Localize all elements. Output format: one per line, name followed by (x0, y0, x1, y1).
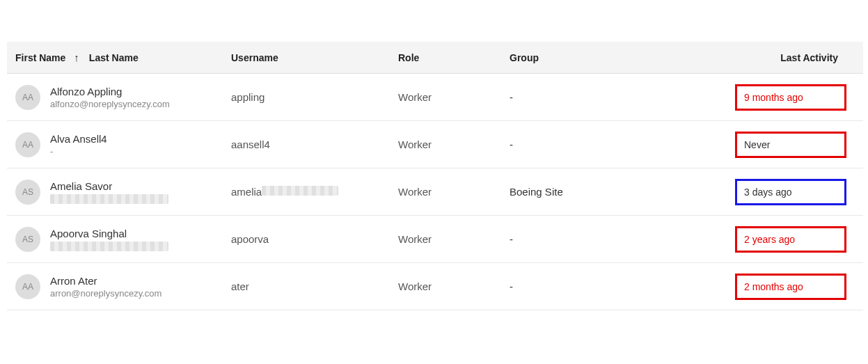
user-full-name: Arron Ater (50, 275, 161, 287)
user-role: Worker (398, 280, 510, 292)
avatar: AA (15, 132, 40, 157)
col-header-first: First Name (15, 52, 65, 63)
avatar: AA (15, 85, 40, 110)
last-activity-text: 3 days ago (744, 187, 792, 198)
user-full-name: Alfonzo Appling (50, 86, 170, 97)
avatar: AS (15, 180, 40, 205)
users-table: First Name ↑ Last Name Username Role Gro… (7, 42, 863, 310)
last-activity-text: 2 months ago (744, 281, 803, 292)
user-role: Worker (398, 91, 510, 103)
table-row[interactable]: AS Amelia Savor amelia Worker Boeing Sit… (7, 168, 863, 216)
user-full-name: Apoorva Singhal (50, 228, 168, 239)
user-group: - (510, 233, 711, 245)
col-header-activity[interactable]: Last Activity (711, 52, 851, 63)
user-group: Boeing Site (510, 186, 711, 198)
user-email-redacted (50, 194, 168, 204)
user-username: appling (231, 91, 398, 103)
user-full-name: Alva Ansell4 (50, 133, 107, 145)
user-full-name: Amelia Savor (50, 180, 168, 192)
table-row[interactable]: AS Apoorva Singhal apoorva Worker - 2 ye… (7, 216, 863, 263)
table-row[interactable]: AA Arron Ater arron@noreplysyncezy.com a… (7, 263, 863, 310)
user-email-redacted (50, 242, 168, 251)
col-header-group[interactable]: Group (510, 52, 711, 63)
user-role: Worker (398, 233, 510, 245)
user-username: amelia (231, 186, 398, 198)
username-redacted (262, 186, 338, 196)
user-email: alfonzo@noreplysyncezy.com (50, 99, 170, 109)
user-role: Worker (398, 139, 510, 150)
last-activity-box: 3 days ago (735, 179, 846, 205)
table-row[interactable]: AA Alva Ansell4 - aansell4 Worker - Neve… (7, 121, 863, 168)
last-activity-text: 2 years ago (744, 234, 795, 245)
last-activity-box: Never (735, 132, 846, 158)
user-group: - (510, 91, 711, 103)
username-prefix: amelia (231, 186, 262, 198)
last-activity-box: 2 years ago (735, 226, 846, 253)
last-activity-text: Never (744, 139, 770, 150)
last-activity-box: 9 months ago (735, 84, 846, 111)
user-email: arron@noreplysyncezy.com (50, 288, 161, 299)
user-group: - (510, 280, 711, 292)
user-username: apoorva (231, 233, 398, 245)
table-row[interactable]: AA Alfonzo Appling alfonzo@noreplysyncez… (7, 74, 863, 121)
col-header-name[interactable]: First Name ↑ Last Name (15, 52, 231, 63)
avatar: AA (15, 274, 40, 299)
user-username: ater (231, 280, 398, 292)
sort-asc-icon[interactable]: ↑ (74, 52, 79, 63)
user-group: - (510, 139, 711, 150)
user-role: Worker (398, 186, 510, 198)
avatar: AS (15, 227, 40, 252)
col-header-username[interactable]: Username (231, 52, 398, 63)
user-username: aansell4 (231, 139, 398, 150)
col-header-role[interactable]: Role (398, 52, 510, 63)
table-header-row: First Name ↑ Last Name Username Role Gro… (7, 42, 863, 74)
col-header-last: Last Name (89, 52, 139, 63)
user-email: - (50, 146, 107, 157)
last-activity-box: 2 months ago (735, 274, 846, 300)
last-activity-text: 9 months ago (744, 92, 803, 103)
